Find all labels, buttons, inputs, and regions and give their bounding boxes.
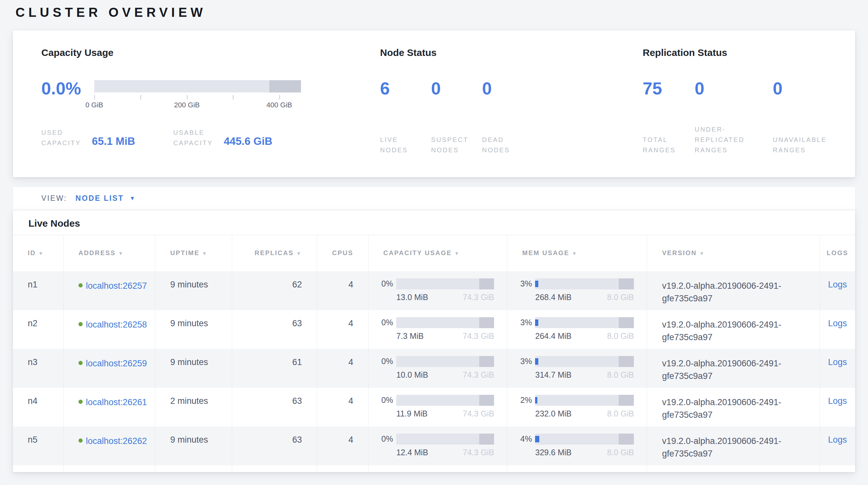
mem-percent-label: 2% [520, 395, 532, 405]
capacity-usage-section: Capacity Usage 0.0% 0 GiB [41, 47, 380, 177]
logs-cell: Logs [819, 388, 855, 426]
table-row: n1 localhost:26257 9 minutes 62 4 0% 13.… [13, 271, 855, 310]
capacity-usage-cell: 0% 11.9 MiB74.3 GiB [368, 388, 507, 426]
view-bar: VIEW: NODE LIST ▼ [13, 187, 855, 210]
node-address-link[interactable]: localhost:26257 [86, 280, 147, 292]
replicas-cell: 63 [232, 388, 317, 426]
tick-label-200: 200 GiB [174, 101, 200, 109]
capacity-meter-bar [94, 80, 301, 92]
logs-link[interactable]: Logs [828, 357, 847, 367]
cluster-overview-page: CLUSTER OVERVIEW Capacity Usage 0.0% [0, 0, 868, 472]
node-address-link[interactable]: localhost:26259 [86, 357, 147, 370]
mem-usage-bar [535, 395, 634, 406]
tick-mark [233, 95, 234, 99]
replicas-cell: 63 [232, 310, 317, 349]
capacity-usage-bar [396, 356, 494, 367]
node-address-link[interactable]: localhost:26261 [86, 396, 147, 409]
tick-mark [187, 95, 188, 99]
uptime-cell: 9 minutes [155, 271, 232, 310]
column-header-version[interactable]: VERSION▼ [647, 235, 820, 271]
node-address-link[interactable]: localhost:26262 [86, 435, 147, 448]
mem-usage-bar [535, 278, 634, 289]
column-header-capacity-usage[interactable]: CAPACITY USAGE▼ [368, 235, 507, 271]
table-header-row: ID▼ ADDRESS▼ UPTIME▼ REPLICAS▼ CPUS CAPA… [13, 235, 855, 271]
capacity-usage-bar [396, 317, 494, 328]
tick-mark [279, 95, 280, 99]
live-status-icon [79, 400, 83, 404]
logs-cell: Logs [819, 426, 855, 465]
capacity-usage-cell: 0% 13.0 MiB74.3 GiB [368, 271, 507, 310]
column-header-mem-usage[interactable]: MEM USAGE▼ [507, 235, 647, 271]
cpus-cell: 4 [317, 349, 368, 388]
uptime-cell: 9 minutes [155, 310, 232, 349]
capacity-meter-ticks [94, 92, 301, 99]
mem-percent-label: 3% [520, 356, 532, 366]
capacity-usage-cell: 0% 7.3 MiB74.3 GiB [368, 310, 507, 349]
used-capacity-value: 65.1 MiB [92, 135, 135, 147]
mem-total-value: 8.0 GiB [607, 332, 634, 341]
view-dropdown[interactable]: NODE LIST ▼ [75, 194, 135, 203]
total-ranges-stat: 75 TOTAL RANGES [643, 79, 694, 155]
uptime-cell: 2 minutes [155, 388, 232, 426]
node-address-cell: localhost:26261 [63, 388, 155, 426]
column-header-uptime[interactable]: UPTIME▼ [155, 235, 232, 271]
under-replicated-ranges-stat: 0 UNDER- REPLICATED RANGES [694, 79, 773, 155]
logs-link[interactable]: Logs [828, 280, 847, 289]
capacity-total-value: 74.3 GiB [463, 332, 494, 341]
mem-usage-bar [535, 317, 634, 328]
version-cell: v19.2.0-alpha.20190606-2491-gfe735c9a97 [647, 388, 820, 426]
capacity-usage-bar [396, 278, 494, 289]
tick-label-0: 0 GiB [85, 101, 103, 109]
capacity-used-value: 11.9 MiB [396, 409, 428, 419]
column-header-replicas[interactable]: REPLICAS▼ [232, 235, 317, 271]
view-dropdown-selected[interactable]: NODE LIST [75, 194, 124, 203]
tick-label-400: 400 GiB [267, 101, 292, 109]
capacity-total-value: 74.3 GiB [463, 370, 494, 379]
chevron-down-icon[interactable]: ▼ [129, 195, 135, 202]
node-address-cell: localhost:26259 [63, 349, 155, 388]
logs-link[interactable]: Logs [828, 396, 847, 406]
live-status-icon [79, 322, 83, 326]
mem-total-value: 8.0 GiB [607, 293, 634, 302]
tick-mark [94, 95, 95, 99]
mem-usage-cell: 2% 232.0 MiB8.0 GiB [507, 388, 647, 426]
logs-link[interactable]: Logs [828, 318, 847, 328]
column-header-address[interactable]: ADDRESS▼ [63, 235, 155, 271]
logs-link[interactable]: Logs [828, 435, 847, 445]
sort-descending-icon: ▼ [297, 251, 302, 256]
live-nodes-heading: Live Nodes [13, 210, 855, 235]
capacity-usage-cell: 0% 12.4 MiB74.3 GiB [368, 426, 507, 465]
live-status-icon [79, 283, 83, 287]
cpus-cell: 4 [317, 310, 368, 349]
table-row: n3 localhost:26259 9 minutes 61 4 0% 10.… [13, 349, 855, 388]
node-address-link[interactable]: localhost:26258 [86, 318, 147, 331]
table-row: n4 localhost:26261 2 minutes 63 4 0% 11.… [13, 388, 855, 426]
dead-nodes-value: 0 [482, 79, 533, 98]
column-header-cpus[interactable]: CPUS [317, 235, 368, 271]
column-header-id[interactable]: ID▼ [13, 235, 63, 271]
suspect-nodes-label: SUSPECT NODES [431, 135, 482, 155]
capacity-used-value: 10.0 MiB [396, 370, 428, 379]
capacity-total-value: 74.3 GiB [463, 293, 494, 302]
total-ranges-value: 75 [643, 79, 694, 98]
table-row: n5 localhost:26262 9 minutes 63 4 0% 12.… [13, 426, 855, 465]
page-title: CLUSTER OVERVIEW [13, 0, 855, 30]
live-status-icon [79, 438, 83, 443]
node-address-cell: localhost:26262 [63, 426, 155, 465]
usable-capacity-stat: USABLE CAPACITY 445.6 GiB [173, 127, 272, 148]
mem-usage-bar [535, 356, 634, 367]
capacity-total-value: 74.3 GiB [463, 448, 494, 457]
replicas-cell: 63 [232, 426, 317, 465]
live-status-icon [79, 361, 83, 365]
unavailable-ranges-stat: 0 UNAVAILABLE RANGES [773, 79, 827, 155]
capacity-percent-label: 0% [381, 318, 393, 327]
view-label: VIEW: [41, 194, 67, 203]
mem-percent-label: 3% [520, 318, 532, 327]
node-address-cell: localhost:26257 [63, 271, 155, 310]
node-address-cell: localhost:26258 [63, 310, 155, 349]
used-capacity-stat: USED CAPACITY 65.1 MiB [41, 127, 135, 148]
capacity-usage-bar [396, 395, 494, 406]
capacity-meter: 0 GiB 200 GiB 400 GiB [94, 80, 301, 109]
capacity-total-value: 74.3 GiB [463, 409, 494, 419]
used-capacity-label: USED CAPACITY [41, 127, 81, 148]
